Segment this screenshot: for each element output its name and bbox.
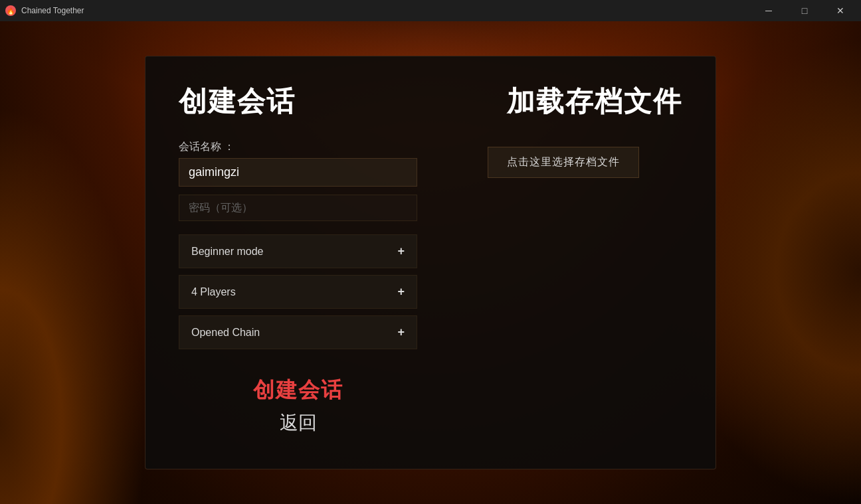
- beginner-mode-plus: +: [397, 244, 405, 258]
- right-column: 点击这里选择存档文件: [444, 140, 682, 436]
- left-column: 会话名称 ： Beginner mode + 4 Players + Opene…: [179, 140, 417, 436]
- taskbar-title: Chained Together: [21, 6, 753, 15]
- modal-body: 会话名称 ： Beginner mode + 4 Players + Opene…: [179, 140, 682, 436]
- taskbar: 🔥 Chained Together ─ □ ✕: [0, 0, 861, 21]
- create-button[interactable]: 创建会话: [253, 376, 343, 405]
- close-button[interactable]: ✕: [825, 0, 856, 21]
- session-name-label: 会话名称 ：: [179, 140, 417, 154]
- players-option[interactable]: 4 Players +: [179, 275, 417, 309]
- back-button[interactable]: 返回: [280, 410, 317, 436]
- create-session-title: 创建会话: [179, 83, 296, 120]
- beginner-mode-option[interactable]: Beginner mode +: [179, 234, 417, 268]
- players-plus: +: [397, 285, 405, 299]
- action-buttons: 创建会话 返回: [179, 376, 417, 436]
- session-name-input[interactable]: [179, 158, 417, 187]
- opened-chain-option[interactable]: Opened Chain +: [179, 315, 417, 349]
- load-save-title: 加载存档文件: [507, 83, 682, 120]
- load-save-button[interactable]: 点击这里选择存档文件: [488, 147, 639, 178]
- content-area: 创建会话 加载存档文件 会话名称 ： Beginner mode + 4 Pla…: [0, 21, 861, 504]
- beginner-mode-label: Beginner mode: [191, 246, 264, 258]
- taskbar-controls: ─ □ ✕: [753, 0, 856, 21]
- modal-header: 创建会话 加载存档文件: [179, 83, 682, 120]
- maximize-button[interactable]: □: [789, 0, 820, 21]
- players-label: 4 Players: [191, 286, 236, 298]
- modal-dialog: 创建会话 加载存档文件 会话名称 ： Beginner mode + 4 Pla…: [145, 56, 716, 469]
- opened-chain-label: Opened Chain: [191, 327, 260, 339]
- app-icon: 🔥: [5, 5, 16, 16]
- password-input[interactable]: [179, 195, 417, 221]
- minimize-button[interactable]: ─: [753, 0, 784, 21]
- opened-chain-plus: +: [397, 325, 405, 339]
